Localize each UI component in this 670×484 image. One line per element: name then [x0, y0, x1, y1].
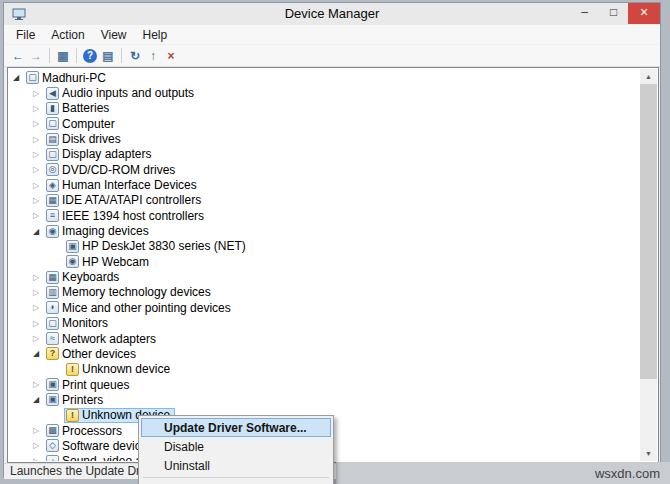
expand-icon[interactable]: ▷	[33, 319, 44, 328]
printer-icon: ▣	[46, 393, 59, 406]
network-icon: ≈	[46, 332, 59, 345]
vertical-scrollbar[interactable]: ▲ ▼	[640, 69, 657, 461]
close-button[interactable]: ×	[628, 3, 660, 24]
export-list-icon[interactable]: ▤	[99, 47, 117, 65]
tree-item-memory-technology-devices[interactable]: ▷▥Memory technology devices	[9, 285, 640, 300]
tree-item-label: Unknown device	[79, 362, 173, 376]
tree-item-display-adapters[interactable]: ▷▢Display adapters	[9, 147, 640, 162]
mouse-icon: ◗	[46, 301, 59, 314]
expand-icon[interactable]: ▷	[33, 165, 44, 174]
update-driver-software-icon[interactable]: ↑	[144, 47, 162, 65]
tree-item-network-adapters[interactable]: ▷≈Network adapters	[9, 331, 640, 346]
tree-item-ide-ata-atapi-controllers[interactable]: ▷▦IDE ATA/ATAPI controllers	[9, 193, 640, 208]
collapse-icon[interactable]: ◢	[33, 395, 44, 404]
show-console-tree-icon[interactable]: ▦	[54, 47, 72, 65]
menu-help[interactable]: Help	[135, 25, 176, 45]
expand-icon[interactable]: ▷	[33, 441, 44, 450]
expand-icon[interactable]: ▷	[33, 457, 44, 461]
tree-item-label: Display adapters	[59, 147, 154, 161]
printer-icon: ▣	[46, 378, 59, 391]
item-content: ▣HP DeskJet 3830 series (NET)	[64, 239, 251, 254]
collapse-icon[interactable]: ◢	[33, 227, 44, 236]
scrollbar-thumb[interactable]	[640, 84, 657, 379]
watermark-strip: wsxdn.com	[336, 462, 670, 484]
maximize-button[interactable]: □	[599, 3, 628, 24]
scroll-down-icon[interactable]: ▼	[640, 446, 657, 461]
tree-item-label: Human Interface Devices	[59, 178, 200, 192]
context-menu-item-disable[interactable]: Disable	[141, 437, 331, 456]
tree-item-label: Monitors	[59, 316, 111, 330]
window-controls: – □ ×	[570, 3, 660, 24]
context-menu-item-update-driver-software[interactable]: Update Driver Software...	[141, 418, 331, 437]
menu-view[interactable]: View	[93, 25, 135, 45]
tree-item-audio-inputs-and-outputs[interactable]: ▷◀Audio inputs and outputs	[9, 85, 640, 100]
display-icon: ▢	[46, 148, 59, 161]
expand-icon[interactable]: ▷	[33, 89, 44, 98]
uninstall-device-icon[interactable]: ×	[162, 47, 180, 65]
toolbar-separator	[49, 48, 50, 63]
tree-item-disk-drives[interactable]: ▷▤Disk drives	[9, 131, 640, 146]
expand-icon[interactable]: ▷	[33, 288, 44, 297]
tree-item-other-devices[interactable]: ◢?Other devices	[9, 346, 640, 361]
context-menu-item-scan-for-hardware-changes[interactable]: Scan for hardware changes	[141, 480, 331, 484]
forward-icon[interactable]: →	[27, 47, 45, 65]
minimize-button[interactable]: –	[570, 3, 599, 24]
warning-icon: !	[66, 363, 79, 376]
expand-icon[interactable]: ▷	[33, 150, 44, 159]
tree-item-hp-deskjet-3830-series-net[interactable]: ▣HP DeskJet 3830 series (NET)	[9, 239, 640, 254]
tree-item-unknown-device[interactable]: !Unknown device	[9, 362, 640, 377]
tree-item-dvd-cd-rom-drives[interactable]: ▷◎DVD/CD-ROM drives	[9, 162, 640, 177]
tree-item-keyboards[interactable]: ▷▦Keyboards	[9, 269, 640, 284]
ide-icon: ▦	[46, 194, 59, 207]
item-content: ≡IEEE 1394 host controllers	[44, 208, 209, 223]
device-manager-window: Device Manager – □ × FileActionViewHelp …	[3, 2, 661, 478]
expand-icon[interactable]: ▷	[33, 211, 44, 220]
item-content: ▢Monitors	[44, 316, 113, 331]
expand-icon[interactable]: ▷	[33, 273, 44, 282]
tree-item-label: Imaging devices	[59, 224, 152, 238]
item-content: ▦IDE ATA/ATAPI controllers	[44, 193, 206, 208]
tree-item-ieee-1394-host-controllers[interactable]: ▷≡IEEE 1394 host controllers	[9, 208, 640, 223]
printer-icon: ▣	[66, 240, 79, 253]
scan-hardware-changes-icon[interactable]: ↻	[126, 47, 144, 65]
device-tree-panel: ◢▢Madhuri-PC▷◀Audio inputs and outputs▷▮…	[7, 67, 659, 463]
tree-item-batteries[interactable]: ▷▮Batteries	[9, 101, 640, 116]
tree-item-label: Mice and other pointing devices	[59, 301, 234, 315]
expand-icon[interactable]: ▷	[33, 303, 44, 312]
software-icon: ◇	[46, 439, 59, 452]
tree-item-human-interface-devices[interactable]: ▷◈Human Interface Devices	[9, 177, 640, 192]
menu-action[interactable]: Action	[43, 25, 92, 45]
menu-file[interactable]: File	[8, 25, 43, 45]
tree-item-printers[interactable]: ◢▣Printers	[9, 392, 640, 407]
item-content: ◉Imaging devices	[44, 224, 154, 239]
tree-item-monitors[interactable]: ▷▢Monitors	[9, 316, 640, 331]
collapse-icon[interactable]: ◢	[13, 73, 24, 82]
back-icon[interactable]: ←	[9, 47, 27, 65]
tree-item-label: Print queues	[59, 378, 132, 392]
collapse-icon[interactable]: ◢	[33, 349, 44, 358]
scroll-up-icon[interactable]: ▲	[640, 69, 657, 84]
tree-item-mice-and-other-pointing-devices[interactable]: ▷◗Mice and other pointing devices	[9, 300, 640, 315]
expand-icon[interactable]: ▷	[33, 181, 44, 190]
item-content: ◉HP Webcam	[64, 254, 154, 269]
expand-icon[interactable]: ▷	[33, 119, 44, 128]
expand-icon[interactable]: ▷	[33, 380, 44, 389]
context-menu-item-uninstall[interactable]: Uninstall	[141, 456, 331, 475]
tree-item-computer[interactable]: ▷▢Computer	[9, 116, 640, 131]
expand-icon[interactable]: ▷	[33, 196, 44, 205]
expand-icon[interactable]: ▷	[33, 426, 44, 435]
help-icon[interactable]: ?	[83, 49, 97, 63]
tree-item-print-queues[interactable]: ▷▣Print queues	[9, 377, 640, 392]
expand-icon[interactable]: ▷	[33, 104, 44, 113]
expand-icon[interactable]: ▷	[33, 135, 44, 144]
computer-icon: ▢	[26, 71, 39, 84]
keyboard-icon: ▦	[46, 271, 59, 284]
tree-item-imaging-devices[interactable]: ◢◉Imaging devices	[9, 223, 640, 238]
item-content: ▢Madhuri-PC	[24, 70, 111, 85]
expand-icon[interactable]: ▷	[33, 334, 44, 343]
tree-item-madhuri-pc[interactable]: ◢▢Madhuri-PC	[9, 70, 640, 85]
tree-item-label: Keyboards	[59, 270, 122, 284]
tree-item-hp-webcam[interactable]: ◉HP Webcam	[9, 254, 640, 269]
dvd-icon: ◎	[46, 163, 59, 176]
item-content: ◈Human Interface Devices	[44, 178, 202, 193]
